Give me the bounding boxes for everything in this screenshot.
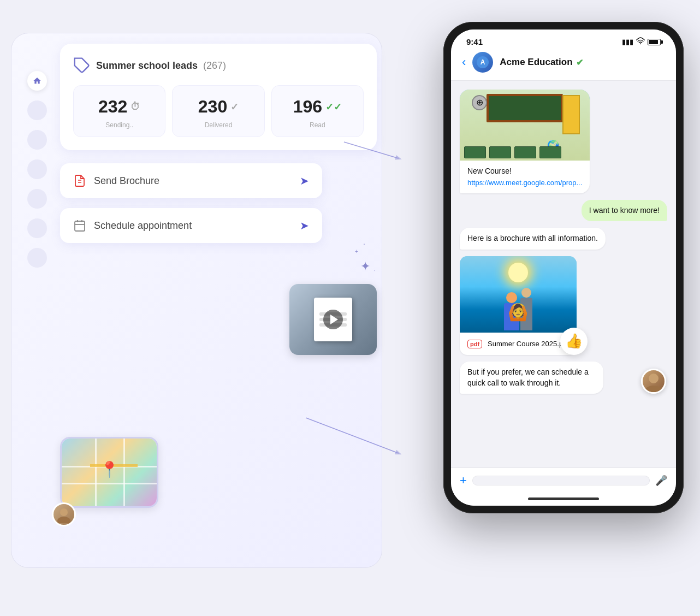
calendar-icon [73, 219, 86, 232]
sidebar-icon-6[interactable] [27, 248, 47, 268]
nav-avatar: A [472, 52, 493, 73]
fan-icon: ⊕ [472, 95, 487, 110]
main-content: Summer school leads (267) 232 ⏱ Sending.… [60, 44, 377, 253]
map-road [62, 483, 157, 484]
stat-number-delivered: 230 ✓ [181, 97, 255, 117]
send-brochure-arrow: ➤ [300, 174, 309, 187]
schedule-appointment-card[interactable]: Schedule appointment ➤ [60, 208, 322, 243]
message-2: I want to know more! [582, 200, 667, 222]
stat-label-read: Read [281, 121, 354, 129]
phone-shell: 9:41 ▮▮▮ [443, 22, 684, 513]
message-1: ⊕ 🌍 [460, 90, 590, 193]
verified-badge-icon: ✔ [576, 57, 583, 68]
desks-row [460, 144, 590, 161]
sparkle-icon: ✦ [360, 259, 370, 274]
battery-icon [648, 39, 661, 45]
svg-point-12 [640, 43, 641, 44]
message-text-area: New Course! https://www.meet.google.com/… [460, 161, 590, 193]
sparkle-icon: · [374, 268, 376, 274]
bubble-prefer: But if you prefer, we can schedule a qui… [460, 362, 603, 394]
nav-title-area: Acme Education ✔ [500, 57, 665, 68]
battery-fill [649, 40, 658, 44]
signal-icon: ▮▮▮ [622, 38, 633, 46]
agent-avatar-image [643, 370, 665, 392]
sidebar-icon-2[interactable] [27, 130, 47, 150]
svg-text:A: A [480, 58, 485, 66]
avatar-small [52, 502, 76, 526]
svg-rect-3 [75, 221, 85, 231]
bubble-image-text: ⊕ 🌍 [460, 90, 590, 193]
map-pin-icon: 📍 [100, 460, 119, 478]
stat-sending: 232 ⏱ Sending.. [73, 85, 165, 137]
desk [514, 146, 536, 158]
leads-card-header: Summer school leads (267) [73, 57, 364, 74]
avatar-image [55, 506, 73, 523]
sidebar [27, 71, 47, 268]
send-brochure-label: Send Brochure [94, 175, 292, 187]
play-button[interactable] [323, 310, 343, 329]
svg-point-8 [57, 517, 70, 523]
add-attachment-button[interactable]: + [460, 473, 467, 488]
sidebar-icon-3[interactable] [27, 159, 47, 179]
stats-row: 232 ⏱ Sending.. 230 ✓ Delivered 196 ✓✓ R… [73, 85, 364, 137]
back-button[interactable]: ‹ [462, 55, 466, 69]
pdf-attachment[interactable]: pdf Summer Course 2025.pdf [460, 333, 577, 355]
leads-count: (267) [203, 60, 226, 72]
home-indicator [528, 497, 599, 500]
stat-read: 196 ✓✓ Read [271, 85, 364, 137]
message-3: Here is a brochure with all information. [460, 228, 606, 250]
sidebar-icon-1[interactable] [27, 100, 47, 120]
beach-image: 🙆 [460, 256, 577, 333]
message-5: But if you prefer, we can schedule a qui… [460, 362, 636, 394]
head [506, 292, 517, 303]
stat-number-sending: 232 ⏱ [82, 97, 156, 117]
chat-area[interactable]: ⊕ 🌍 [451, 81, 676, 467]
message-input[interactable] [472, 476, 650, 485]
desk [539, 146, 561, 158]
stat-label-sending: Sending.. [82, 121, 156, 129]
classroom-image: ⊕ 🌍 [460, 90, 590, 161]
send-brochure-card[interactable]: Send Brochure ➤ [60, 163, 322, 198]
svg-point-16 [645, 386, 662, 392]
pdf-label-icon: pdf [467, 340, 482, 348]
leads-card: Summer school leads (267) 232 ⏱ Sending.… [60, 44, 377, 150]
svg-point-7 [60, 508, 68, 516]
pdf-icon [73, 174, 86, 187]
thumbs-up-bubble: 👍 [560, 328, 588, 355]
sidebar-icon-home[interactable] [27, 71, 47, 91]
schedule-appointment-arrow: ➤ [300, 219, 309, 232]
new-course-text: New Course! [467, 166, 582, 177]
blackboard [487, 94, 563, 122]
stat-delivered: 230 ✓ Delivered [172, 85, 264, 137]
course-link[interactable]: https://www.meet.google.com/prop... [467, 178, 582, 188]
phone-screen: 9:41 ▮▮▮ [451, 29, 676, 506]
wifi-icon [636, 37, 645, 46]
tag-icon [73, 57, 91, 74]
people-area: 🙆 [460, 288, 577, 333]
sun [508, 263, 528, 282]
sidebar-icon-4[interactable] [27, 189, 47, 209]
status-bar: 9:41 ▮▮▮ [451, 29, 676, 46]
map-road [95, 439, 97, 506]
brochure-image [289, 284, 377, 355]
head [521, 288, 531, 298]
desk [489, 146, 511, 158]
map-image: 📍 [62, 439, 157, 506]
map-thumbnail: 📍 [60, 437, 158, 508]
sidebar-icon-5[interactable] [27, 218, 47, 238]
bubble-green-1: I want to know more! [582, 200, 667, 222]
nav-bar: ‹ A Acme Education ✔ [451, 46, 676, 81]
mic-button[interactable]: 🎤 [655, 475, 667, 487]
check-single-icon: ✓ [230, 101, 239, 113]
status-icons: ▮▮▮ [622, 37, 661, 46]
acme-logo: A [476, 56, 489, 69]
stat-number-read: 196 ✓✓ [281, 97, 354, 117]
clock-icon: ⏱ [130, 101, 140, 112]
agent-avatar [641, 369, 666, 394]
pdf-filename: Summer Course 2025.pdf [488, 340, 569, 348]
phone-container: 9:41 ▮▮▮ [443, 22, 684, 513]
play-icon [330, 315, 338, 324]
door [562, 95, 580, 134]
leads-title: Summer school leads [96, 60, 198, 72]
people-emoji: 🙆 [508, 303, 528, 322]
